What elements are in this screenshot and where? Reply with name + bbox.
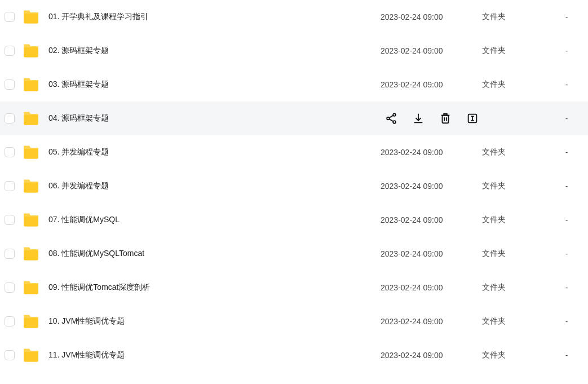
file-name[interactable]: 05. 并发编程专题 — [48, 147, 381, 157]
file-size: - — [550, 182, 583, 191]
folder-icon — [23, 10, 39, 24]
file-size: - — [550, 249, 583, 258]
row-checkbox[interactable] — [5, 249, 15, 259]
folder-icon — [23, 145, 39, 160]
row-checkbox[interactable] — [5, 350, 15, 360]
file-row[interactable]: 01. 开学典礼及课程学习指引 2023-02-24 09:00 文件夹 - — [0, 0, 588, 34]
file-size: - — [550, 12, 583, 21]
file-row[interactable]: 03. 源码框架专题 2023-02-24 09:00 文件夹 - — [0, 68, 588, 101]
svg-line-3 — [390, 116, 394, 118]
file-date: 2023-02-24 09:00 — [381, 46, 482, 55]
file-date: 2023-02-24 09:00 — [381, 12, 482, 21]
svg-rect-5 — [443, 116, 449, 123]
svg-point-0 — [393, 113, 396, 116]
file-size: - — [550, 80, 583, 89]
folder-icon — [23, 179, 39, 193]
file-name[interactable]: 06. 并发编程专题 — [48, 181, 381, 191]
row-checkbox[interactable] — [5, 316, 15, 326]
file-type: 文件夹 — [482, 181, 550, 191]
row-checkbox[interactable] — [5, 181, 15, 191]
folder-icon — [23, 348, 39, 363]
file-size: - — [550, 283, 583, 292]
row-checkbox[interactable] — [5, 215, 15, 225]
file-name[interactable]: 01. 开学典礼及课程学习指引 — [48, 12, 381, 22]
rename-icon[interactable] — [466, 112, 479, 125]
file-name[interactable]: 03. 源码框架专题 — [48, 80, 381, 90]
file-size: - — [550, 215, 583, 224]
row-actions — [381, 112, 482, 125]
file-type: 文件夹 — [482, 316, 550, 326]
file-size: - — [550, 317, 583, 326]
file-type: 文件夹 — [482, 46, 550, 56]
file-row[interactable]: 05. 并发编程专题 2023-02-24 09:00 文件夹 - — [0, 135, 588, 169]
row-checkbox[interactable] — [5, 12, 15, 22]
file-size: - — [550, 114, 583, 123]
file-date: 2023-02-24 09:00 — [381, 283, 482, 292]
row-checkbox[interactable] — [5, 283, 15, 293]
file-row[interactable]: 06. 并发编程专题 2023-02-24 09:00 文件夹 - — [0, 169, 588, 203]
folder-icon — [23, 246, 39, 261]
folder-icon — [23, 111, 39, 126]
file-size: - — [550, 351, 583, 360]
row-checkbox[interactable] — [5, 113, 15, 123]
folder-icon — [23, 280, 39, 295]
row-checkbox[interactable] — [5, 80, 15, 90]
file-row[interactable]: 02. 源码框架专题 2023-02-24 09:00 文件夹 - — [0, 34, 588, 68]
file-type: 文件夹 — [482, 215, 550, 225]
file-list: 01. 开学典礼及课程学习指引 2023-02-24 09:00 文件夹 - 0… — [0, 0, 588, 372]
file-date: 2023-02-24 09:00 — [381, 80, 482, 89]
svg-point-2 — [393, 121, 396, 123]
folder-icon — [23, 43, 39, 58]
row-checkbox[interactable] — [5, 46, 15, 56]
file-type: 文件夹 — [482, 80, 550, 90]
file-date: 2023-02-24 09:00 — [381, 182, 482, 191]
file-size: - — [550, 148, 583, 157]
file-name[interactable]: 04. 源码框架专题 — [48, 113, 381, 123]
delete-icon[interactable] — [439, 112, 452, 125]
file-date: 2023-02-24 09:00 — [381, 351, 482, 360]
file-date: 2023-02-24 09:00 — [381, 249, 482, 258]
file-type: 文件夹 — [482, 147, 550, 157]
folder-icon — [23, 77, 39, 92]
file-date: 2023-02-24 09:00 — [381, 317, 482, 326]
svg-point-1 — [387, 117, 390, 120]
folder-icon — [23, 314, 39, 329]
folder-icon — [23, 213, 39, 227]
file-date: 2023-02-24 09:00 — [381, 148, 482, 157]
file-name[interactable]: 11. JVM性能调优专题 — [48, 350, 381, 360]
download-icon[interactable] — [412, 112, 425, 125]
file-type: 文件夹 — [482, 12, 550, 22]
file-row[interactable]: 08. 性能调优MySQLTomcat 2023-02-24 09:00 文件夹… — [0, 237, 588, 271]
file-type: 文件夹 — [482, 283, 550, 293]
share-icon[interactable] — [385, 112, 397, 125]
row-checkbox[interactable] — [5, 147, 15, 157]
file-name[interactable]: 07. 性能调优MySQL — [48, 215, 381, 225]
file-row[interactable]: 07. 性能调优MySQL 2023-02-24 09:00 文件夹 - — [0, 203, 588, 237]
file-name[interactable]: 09. 性能调优Tomcat深度剖析 — [48, 283, 381, 293]
file-name[interactable]: 10. JVM性能调优专题 — [48, 316, 381, 326]
svg-line-4 — [390, 119, 394, 121]
file-row[interactable]: 09. 性能调优Tomcat深度剖析 2023-02-24 09:00 文件夹 … — [0, 271, 588, 304]
file-size: - — [550, 46, 583, 55]
file-date: 2023-02-24 09:00 — [381, 215, 482, 224]
file-row[interactable]: 11. JVM性能调优专题 2023-02-24 09:00 文件夹 - — [0, 338, 588, 372]
file-type: 文件夹 — [482, 249, 550, 259]
file-type: 文件夹 — [482, 350, 550, 360]
file-row[interactable]: 04. 源码框架专题 - — [0, 101, 588, 135]
file-name[interactable]: 08. 性能调优MySQLTomcat — [48, 249, 381, 259]
file-row[interactable]: 10. JVM性能调优专题 2023-02-24 09:00 文件夹 - — [0, 304, 588, 338]
file-name[interactable]: 02. 源码框架专题 — [48, 46, 381, 56]
